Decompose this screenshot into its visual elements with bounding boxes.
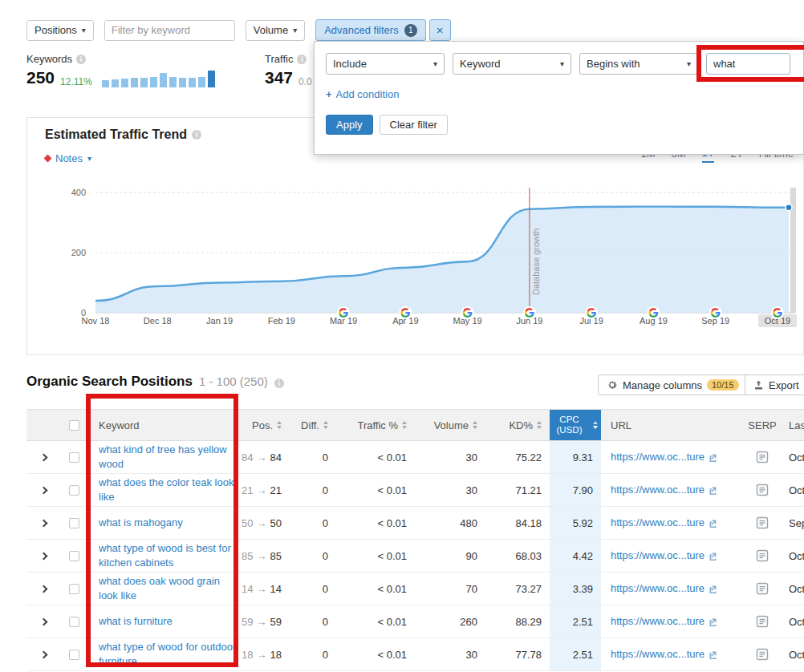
column-header-volume[interactable]: Volume: [418, 410, 489, 440]
info-icon[interactable]: i: [274, 379, 284, 388]
column-header-pos[interactable]: Pos.: [237, 410, 288, 440]
traffic-stat: Traffic i 347 0.0: [265, 53, 312, 87]
expand-row-icon[interactable]: [39, 453, 47, 461]
sort-icon: [537, 421, 542, 429]
url-link[interactable]: https://www.oc...ture: [611, 614, 705, 629]
advanced-filters-count-badge: 1: [404, 24, 417, 37]
external-link-icon: [709, 486, 717, 495]
column-header-cpc[interactable]: CPC (USD): [550, 410, 601, 440]
row-checkbox[interactable]: [69, 650, 79, 660]
serp-snapshot-icon[interactable]: [756, 516, 769, 529]
position-cell: 18 → 18: [237, 638, 288, 670]
spark-bar: [140, 78, 148, 87]
row-checkbox[interactable]: [69, 452, 79, 463]
arrow-right-icon: →: [257, 616, 267, 628]
expand-row-icon[interactable]: [39, 650, 47, 658]
export-button[interactable]: Export: [745, 374, 804, 395]
expand-row-icon[interactable]: [39, 617, 47, 625]
condition-type-value: Include: [333, 58, 367, 70]
row-checkbox[interactable]: [69, 551, 79, 561]
kd-cell: 71.21: [489, 474, 550, 506]
keyword-filter-input[interactable]: [105, 21, 235, 40]
info-icon[interactable]: i: [297, 55, 307, 64]
diff-cell: 0: [288, 540, 339, 572]
condition-operator-value: Begins with: [587, 58, 640, 70]
row-checkbox[interactable]: [69, 617, 79, 627]
info-icon[interactable]: i: [76, 55, 86, 64]
column-header-keyword[interactable]: Keyword: [87, 410, 237, 440]
apply-filter-button[interactable]: Apply: [326, 115, 373, 135]
spark-bar: [208, 71, 215, 87]
keyword-link[interactable]: what kind of tree has yellow wood: [99, 443, 237, 471]
url-link[interactable]: https://www.oc...ture: [611, 647, 705, 662]
spark-bar: [198, 77, 205, 87]
chevron-down-icon: ▾: [82, 26, 86, 34]
expand-row-icon[interactable]: [39, 486, 47, 494]
keyword-link[interactable]: what does oak wood grain look like: [99, 574, 237, 602]
url-link[interactable]: https://www.oc...ture: [611, 549, 705, 563]
column-header-url[interactable]: URL: [601, 410, 744, 440]
keyword-link[interactable]: what is mahogany: [99, 516, 183, 530]
row-checkbox[interactable]: [69, 518, 79, 528]
keyword-filter: [104, 20, 235, 41]
cpc-cell: 5.92: [550, 507, 601, 539]
column-header-traffic[interactable]: Traffic %: [339, 410, 418, 440]
url-link[interactable]: https://www.oc...ture: [611, 581, 705, 596]
serp-snapshot-icon[interactable]: [756, 549, 769, 562]
serp-snapshot-icon[interactable]: [756, 648, 769, 661]
info-icon[interactable]: i: [192, 130, 201, 140]
advanced-filters-button[interactable]: Advanced filters 1: [315, 19, 426, 41]
table-row: what kind of tree has yellow wood 84 → 8…: [26, 441, 804, 474]
organic-positions-table: Keyword Pos. Diff. Traffic % Volume KD% …: [26, 409, 804, 671]
chevron-down-icon: ▾: [433, 59, 437, 68]
manage-columns-button[interactable]: Manage columns 10/15: [598, 374, 748, 395]
column-header-diff[interactable]: Diff.: [288, 410, 339, 440]
condition-field-select[interactable]: Keyword ▾: [453, 53, 571, 75]
serp-snapshot-icon[interactable]: [756, 484, 769, 496]
expand-row-icon[interactable]: [39, 552, 47, 560]
traffic-cell: < 0.01: [339, 441, 418, 473]
url-link[interactable]: https://www.oc...ture: [611, 450, 705, 464]
trend-area: [95, 207, 789, 313]
expand-row-icon[interactable]: [39, 519, 47, 527]
condition-type-select[interactable]: Include ▾: [326, 53, 445, 75]
serp-snapshot-icon[interactable]: [756, 615, 769, 628]
keywords-sparkline: [102, 68, 215, 87]
url-link[interactable]: https://www.oc...ture: [611, 483, 705, 497]
clear-advanced-filters-button[interactable]: ×: [429, 19, 451, 41]
row-checkbox[interactable]: [69, 584, 79, 594]
column-header-last-update[interactable]: Last Update: [781, 410, 804, 440]
table-header-row: Keyword Pos. Diff. Traffic % Volume KD% …: [26, 409, 804, 441]
keywords-stat-value: 250: [26, 68, 55, 87]
condition-value-input[interactable]: [706, 53, 790, 75]
serp-snapshot-icon[interactable]: [756, 582, 769, 595]
keyword-link[interactable]: what type of wood is best for kitchen ca…: [99, 541, 237, 569]
expand-row-icon[interactable]: [39, 585, 47, 593]
volume-dropdown[interactable]: Volume ▾: [246, 20, 305, 41]
keyword-link[interactable]: what type of wood for outdoor furniture: [99, 640, 237, 668]
diff-cell: 0: [288, 638, 339, 670]
traffic-cell: < 0.01: [339, 540, 418, 572]
spark-bar: [169, 77, 177, 87]
condition-operator-select[interactable]: Begins with ▾: [579, 53, 698, 75]
url-link[interactable]: https://www.oc...ture: [611, 516, 705, 530]
notes-dropdown[interactable]: Notes ▾: [45, 152, 91, 164]
spark-bar: [189, 78, 196, 87]
keyword-link[interactable]: what is furniture: [99, 614, 173, 629]
sort-icon: [323, 421, 328, 429]
diff-cell: 0: [288, 474, 339, 506]
arrow-right-icon: →: [257, 550, 267, 562]
column-header-serp: SERP: [744, 410, 781, 440]
select-all-checkbox[interactable]: [69, 420, 79, 431]
spark-bar: [150, 77, 157, 87]
volume-cell: 30: [418, 474, 489, 506]
serp-snapshot-icon[interactable]: [756, 451, 769, 464]
keyword-link[interactable]: what does the color teak look like: [99, 476, 237, 504]
clear-filter-button[interactable]: Clear filter: [380, 115, 448, 135]
column-header-kd[interactable]: KD%: [489, 410, 550, 440]
positions-dropdown[interactable]: Positions ▾: [26, 20, 94, 41]
external-link-icon: [709, 552, 717, 561]
add-condition-link[interactable]: + Add condition: [326, 88, 399, 100]
row-checkbox[interactable]: [69, 485, 79, 496]
last-update-cell: Oct: [781, 441, 804, 473]
